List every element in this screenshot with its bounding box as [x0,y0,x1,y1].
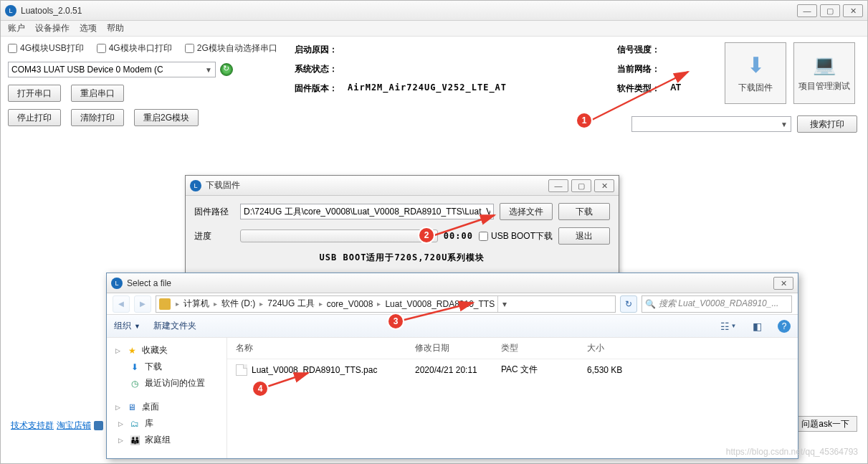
marker-1: 1 [577,113,591,128]
ask-button[interactable]: 问题ask一下 [793,416,857,432]
col-size[interactable]: 大小 [587,342,673,354]
file-dialog-title: Select a file [127,278,773,288]
value-fw-version: AirM2M_Air724UG_V252_LTE_AT [348,82,553,95]
file-row[interactable]: Luat_V0008_RDA8910_TTS.pac 2020/4/21 20:… [227,359,798,380]
fw-close-button[interactable]: ✕ [594,179,614,192]
view-mode-button[interactable]: ☷▼ [720,318,736,334]
file-close-button[interactable]: ✕ [773,277,793,290]
file-toolbar: 组织▼ 新建文件夹 ☷▼ ◧ ? [107,315,798,338]
search-icon: 🔍 [645,299,656,309]
taobao-shop-link[interactable]: 淘宝店铺 [57,420,91,432]
organize-menu[interactable]: 组织▼ [114,320,140,332]
preview-pane-button[interactable]: ◧ [749,318,765,334]
search-combo[interactable]: ▼ [631,116,791,132]
file-icon [236,364,247,376]
label-signal: 信号强度： [617,44,670,56]
chevron-down-icon: ▼ [205,66,212,74]
nav-forward-button[interactable]: ► [134,295,151,313]
fw-path-input[interactable] [240,204,494,219]
app-icon: L [111,278,123,289]
link-icon [94,421,103,430]
menubar: 账户 设备操作 选项 帮助 [1,21,867,37]
menu-account[interactable]: 账户 [8,22,25,34]
download-firmware-button[interactable]: ⬇ 下载固件 [725,42,786,104]
search-print-button[interactable]: 搜索打印 [797,115,857,133]
marker-4: 4 [253,382,267,396]
file-list: 名称 修改日期 类型 大小 Luat_V0008_RDA8910_TTS.pac… [227,338,798,458]
refresh-button[interactable]: ↻ [620,295,637,313]
choose-file-button[interactable]: 选择文件 [500,203,553,220]
port-combo-value: COM43 LUAT USB Device 0 Modem (C [11,65,163,75]
download-icon: ⬇ [747,52,765,77]
label-sys-state: 系统状态： [295,63,348,75]
menu-options[interactable]: 选项 [80,22,97,34]
exit-button[interactable]: 退出 [558,227,610,245]
tree-libs[interactable]: ▷🗂库 [111,415,222,432]
tree-recent[interactable]: ◷最近访问的位置 [111,375,222,392]
breadcrumb-bar: ◄ ► ▸计算机 ▸软件 (D:) ▸724UG 工具 ▸core_V0008 … [107,293,798,315]
fw-max-button[interactable]: ▢ [571,179,591,192]
project-test-button[interactable]: 💻 项目管理测试 [793,42,855,104]
window-title: Luatools_2.0.51 [21,6,797,16]
usb-boot-checkbox[interactable]: USB BOOT下载 [479,230,553,242]
file-dialog: L Select a file ✕ ◄ ► ▸计算机 ▸软件 (D:) ▸724… [106,273,798,459]
marker-2: 2 [419,228,434,242]
chevron-down-icon: ▼ [781,120,788,128]
chk-2g-auto[interactable]: 2G模块自动选择串口 [185,42,277,55]
close-button[interactable]: ✕ [843,4,863,17]
breadcrumb[interactable]: ▸计算机 ▸软件 (D:) ▸724UG 工具 ▸core_V0008 ▸Lua… [156,295,616,313]
chk-4g-serial[interactable]: 4G模块串口打印 [97,42,172,55]
marker-3: 3 [388,314,403,328]
col-date[interactable]: 修改日期 [415,342,501,354]
tech-support-link[interactable]: 技术支持群 [11,420,54,432]
usb-boot-note: USB BOOT适用于720S,720U系列模块 [194,252,610,264]
app-icon: L [190,180,201,191]
menu-help[interactable]: 帮助 [107,22,124,34]
open-port-button[interactable]: 打开串口 [8,85,61,102]
tree-desktop[interactable]: ▷🖥桌面 [111,399,222,415]
menu-device[interactable]: 设备操作 [35,22,70,34]
search-input[interactable]: 🔍 搜索 Luat_V0008_RDA8910_... [642,295,792,313]
progress-bar [240,229,438,242]
value-swtype: AT [670,82,710,95]
reboot-2g-button[interactable]: 重启2G模块 [134,109,199,126]
progress-label: 进度 [194,230,234,242]
laptop-icon: 💻 [813,54,836,76]
label-swtype: 软件类型： [617,82,670,95]
footer-links: 技术支持群 淘宝店铺 [11,420,103,432]
download-button[interactable]: 下载 [558,203,610,220]
stop-print-button[interactable]: 停止打印 [8,109,61,126]
progress-time: 00:00 [444,231,473,241]
label-fw-version: 固件版本： [295,82,348,95]
label-network: 当前网络： [617,63,670,75]
fw-min-button[interactable]: — [548,179,568,192]
help-icon[interactable]: ? [778,320,791,333]
fw-dialog-title: 下载固件 [206,179,548,191]
chk-4g-usb[interactable]: 4G模块USB打印 [8,42,84,55]
tree-favorites[interactable]: ▷★收藏夹 [111,342,222,359]
chevron-down-icon[interactable]: ▾ [497,296,510,312]
minimize-button[interactable]: — [797,4,817,17]
nav-back-button[interactable]: ◄ [113,295,130,313]
reboot-port-button[interactable]: 重启串口 [71,85,124,102]
drive-icon [159,298,171,310]
col-type[interactable]: 类型 [501,342,587,354]
titlebar: L Luatools_2.0.51 — ▢ ✕ [1,1,867,21]
watermark: https://blog.csdn.net/qq_45364793 [726,447,858,457]
search-row: ▼ 搜索打印 [631,115,857,133]
app-icon: L [5,5,16,16]
fw-path-label: 固件路径 [194,206,234,218]
folder-tree: ▷★收藏夹 ⬇下载 ◷最近访问的位置 ▷🖥桌面 ▷🗂库 ▷👪家庭组 [107,338,227,458]
new-folder-button[interactable]: 新建文件夹 [153,320,196,332]
label-boot-reason: 启动原因： [295,44,348,56]
tree-downloads[interactable]: ⬇下载 [111,359,222,375]
port-combo[interactable]: COM43 LUAT USB Device 0 Modem (C ▼ [8,62,216,77]
tree-homegroup[interactable]: ▷👪家庭组 [111,432,222,448]
refresh-icon[interactable] [220,63,233,76]
firmware-dialog: L 下载固件 — ▢ ✕ 固件路径 选择文件 下载 进度 00:00 USB B… [185,175,619,283]
clear-print-button[interactable]: 清除打印 [71,109,124,126]
col-name[interactable]: 名称 [236,342,415,354]
maximize-button[interactable]: ▢ [820,4,840,17]
